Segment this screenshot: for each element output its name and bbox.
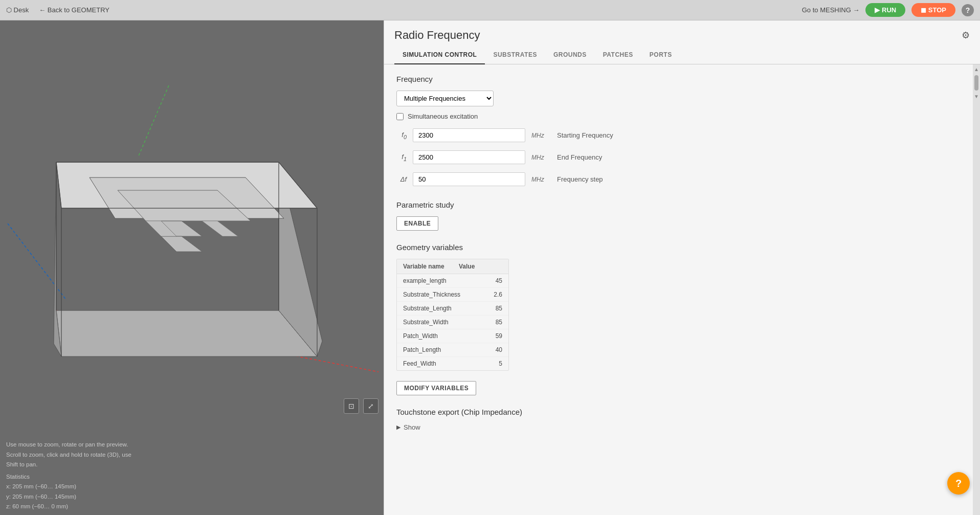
delta-f-row: Δf MHz Frequency step	[396, 170, 961, 188]
var-value-patch-length: 40	[478, 343, 508, 356]
back-to-geometry-link[interactable]: ← Back to GEOMETRY	[39, 6, 109, 14]
delta-f-unit: MHz	[531, 176, 547, 183]
parametric-section-title: Parametric study	[396, 200, 961, 209]
stats-y: y: 205 mm (−60… 145mm)	[6, 494, 76, 500]
delta-f-symbol: Δf	[396, 175, 407, 183]
col-value: Value	[453, 259, 508, 274]
help-button[interactable]: ?	[962, 4, 974, 16]
touchstone-show-toggle[interactable]: ▶ Show	[396, 423, 961, 431]
touchstone-arrow-icon: ▶	[396, 424, 400, 431]
scroll-down-arrow[interactable]: ▼	[973, 93, 980, 100]
f1-input[interactable]	[413, 150, 525, 164]
viewport-3d[interactable]: ⊡ ⤢	[0, 20, 384, 437]
var-name-example-length: example_length	[397, 274, 478, 287]
stats-z: z: 60 mm (−60… 0 mm)	[6, 503, 68, 509]
stats-area: Use mouse to zoom, rotate or pan the pre…	[0, 437, 384, 515]
expand-view-button[interactable]: ⤢	[363, 398, 378, 414]
var-name-patch-width: Patch_Width	[397, 329, 478, 343]
settings-button[interactable]: ⚙	[962, 30, 970, 41]
simultaneous-excitation-row: Simultaneous excitation	[396, 113, 961, 120]
table-row: Substrate_Thickness 2.6	[397, 288, 508, 302]
f0-description: Starting Frequency	[557, 131, 613, 139]
table-row: Substrate_Width 85	[397, 316, 508, 329]
go-to-meshing-link[interactable]: Go to MESHING →	[802, 6, 860, 14]
table-row: Substrate_Length 85	[397, 302, 508, 316]
table-row: example_length 45	[397, 274, 508, 288]
topbar: ⬡ Desk ← Back to GEOMETRY Go to MESHING …	[0, 0, 980, 20]
col-variable-name: Variable name	[397, 259, 453, 274]
var-name-patch-length: Patch_Length	[397, 343, 478, 356]
delta-f-input[interactable]	[413, 172, 525, 186]
touchstone-show-label: Show	[404, 423, 420, 431]
f1-unit: MHz	[531, 154, 547, 161]
parametric-section: Parametric study ENABLE	[396, 200, 961, 231]
svg-marker-4	[56, 310, 317, 356]
enable-parametric-button[interactable]: ENABLE	[396, 216, 438, 231]
content-area: Frequency Multiple Frequencies Single Fr…	[384, 64, 973, 515]
scene-svg	[0, 20, 384, 437]
topbar-left: ⬡ Desk ← Back to GEOMETRY	[6, 6, 109, 14]
table-row: Feed_Width 5	[397, 357, 508, 370]
var-name-substrate-length: Substrate_Length	[397, 302, 478, 315]
var-value-substrate-length: 85	[478, 302, 508, 315]
f0-unit: MHz	[531, 132, 547, 139]
frequency-section: Frequency Multiple Frequencies Single Fr…	[396, 75, 961, 188]
simultaneous-excitation-label: Simultaneous excitation	[408, 113, 478, 120]
table-row: Patch_Length 40	[397, 343, 508, 357]
var-value-substrate-width: 85	[478, 316, 508, 329]
right-header: Radio Frequency ⚙	[384, 20, 980, 46]
run-button[interactable]: ▶ RUN	[865, 3, 905, 17]
f1-description: End Frequency	[557, 153, 602, 161]
geometry-variables-section: Geometry variables Variable name Value e…	[396, 243, 961, 395]
simultaneous-excitation-checkbox[interactable]	[396, 113, 404, 120]
f0-input[interactable]	[413, 128, 525, 142]
floating-help-button[interactable]: ?	[947, 472, 970, 495]
topbar-right: Go to MESHING → ▶ RUN ◼ STOP ?	[802, 3, 974, 17]
tab-patches[interactable]: PATCHES	[595, 46, 641, 64]
scrollbar-rail[interactable]: ▲ ▼	[973, 64, 980, 515]
frequency-type-select[interactable]: Multiple Frequencies Single Frequency Sw…	[396, 91, 494, 106]
var-value-example-length: 45	[478, 274, 508, 287]
modify-variables-button[interactable]: MODIFY VARIABLES	[396, 381, 476, 395]
var-name-feed-width: Feed_Width	[397, 357, 478, 370]
geometry-section-title: Geometry variables	[396, 243, 961, 252]
scroll-thumb[interactable]	[974, 75, 978, 91]
viewport-instructions: Use mouse to zoom, rotate or pan the pre…	[6, 440, 377, 470]
var-name-substrate-width: Substrate_Width	[397, 316, 478, 329]
page-title: Radio Frequency	[394, 29, 480, 42]
touchstone-section: Touchstone export (Chip Impedance) ▶ Sho…	[396, 408, 961, 431]
frequency-dropdown-row: Multiple Frequencies Single Frequency Sw…	[396, 91, 961, 106]
tabs-bar: SIMULATION CONTROL SUBSTRATES GROUNDS PA…	[384, 46, 980, 64]
tab-grounds[interactable]: GROUNDS	[545, 46, 595, 64]
var-value-feed-width: 5	[478, 357, 508, 370]
desk-link[interactable]: ⬡ Desk	[6, 6, 29, 14]
stats-x: x: 205 mm (−60… 145mm)	[6, 483, 76, 489]
f0-row: f0 MHz Starting Frequency	[396, 126, 961, 144]
scroll-up-arrow[interactable]: ▲	[973, 65, 980, 73]
f1-row: f1 MHz End Frequency	[396, 148, 961, 166]
f1-symbol: f1	[396, 153, 407, 162]
stop-button[interactable]: ◼ STOP	[911, 3, 955, 17]
fit-view-button[interactable]: ⊡	[344, 398, 359, 414]
delta-f-description: Frequency step	[557, 175, 603, 183]
right-panel: Radio Frequency ⚙ SIMULATION CONTROL SUB…	[384, 20, 980, 515]
tab-simulation-control[interactable]: SIMULATION CONTROL	[394, 46, 485, 64]
var-value-substrate-thickness: 2.6	[478, 288, 508, 301]
f0-symbol: f0	[396, 131, 407, 140]
table-row: Patch_Width 59	[397, 329, 508, 343]
frequency-section-title: Frequency	[396, 75, 961, 83]
tab-substrates[interactable]: SUBSTRATES	[485, 46, 545, 64]
geometry-table: Variable name Value example_length 45 Su…	[396, 259, 509, 371]
tab-ports[interactable]: PORTS	[641, 46, 680, 64]
var-value-patch-width: 59	[478, 329, 508, 343]
viewport-icons: ⊡ ⤢	[344, 398, 378, 414]
stats-title: Statistics	[6, 474, 30, 480]
main-layout: ⊡ ⤢ Use mouse to zoom, rotate or pan the…	[0, 20, 980, 515]
touchstone-section-title: Touchstone export (Chip Impedance)	[396, 408, 961, 416]
left-panel: ⊡ ⤢ Use mouse to zoom, rotate or pan the…	[0, 20, 384, 515]
geo-table-header: Variable name Value	[397, 259, 508, 274]
var-name-substrate-thickness: Substrate_Thickness	[397, 288, 478, 301]
